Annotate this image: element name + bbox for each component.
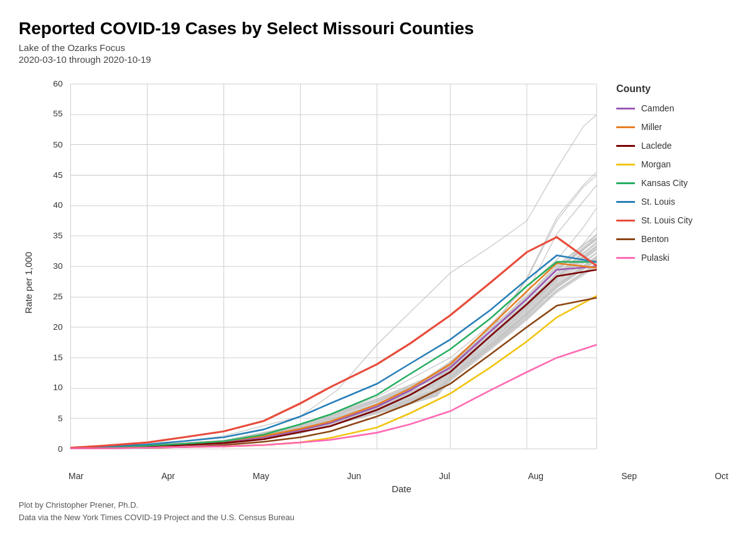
legend-label: Laclede <box>641 141 672 151</box>
legend-label: Kansas City <box>641 178 688 188</box>
legend-label: Camden <box>641 103 674 113</box>
chart-subtitle: Lake of the Ozarks Focus <box>19 42 735 53</box>
x-axis-labels: Mar Apr May Jun Jul Aug Sep Oct <box>37 471 735 481</box>
svg-text:5: 5 <box>58 414 63 423</box>
chart-area: Rate per 1,000 0 5 10 15 20 25 <box>19 71 735 494</box>
legend-label: Pulaski <box>641 253 669 263</box>
svg-text:20: 20 <box>53 322 63 332</box>
legend-item: Morgan <box>616 159 728 169</box>
legend-line <box>616 220 635 222</box>
plot-area: 0 5 10 15 20 25 30 35 40 45 50 55 60 <box>37 71 610 469</box>
svg-text:25: 25 <box>53 292 63 301</box>
legend-items-container: CamdenMillerLacledeMorganKansas CitySt. … <box>616 103 728 263</box>
legend-item: Benton <box>616 234 728 244</box>
x-label-may: May <box>253 471 269 481</box>
legend-line <box>616 201 635 203</box>
chart-date-range: 2020-03-10 through 2020-10-19 <box>19 54 735 65</box>
legend-title: County <box>616 83 728 95</box>
footer: Plot by Christopher Prener, Ph.D. Data v… <box>19 499 735 523</box>
svg-text:30: 30 <box>53 262 63 271</box>
x-label-jun: Jun <box>347 471 362 481</box>
svg-text:15: 15 <box>53 353 63 362</box>
x-label-oct: Oct <box>715 471 728 481</box>
legend-label: St. Louis <box>641 197 675 207</box>
x-label-apr: Apr <box>161 471 175 481</box>
legend: County CamdenMillerLacledeMorganKansas C… <box>610 71 735 469</box>
svg-text:10: 10 <box>53 383 63 392</box>
y-axis-label: Rate per 1,000 <box>19 71 37 494</box>
x-label-jul: Jul <box>439 471 450 481</box>
svg-text:50: 50 <box>53 140 63 149</box>
legend-item: Kansas City <box>616 178 728 188</box>
plot-and-legend: 0 5 10 15 20 25 30 35 40 45 50 55 60 <box>37 71 735 469</box>
chart-container: Reported COVID-19 Cases by Select Missou… <box>0 0 747 560</box>
legend-label: Miller <box>641 122 662 132</box>
chart-title: Reported COVID-19 Cases by Select Missou… <box>19 19 735 39</box>
legend-item: Laclede <box>616 141 728 151</box>
legend-label: St. Louis City <box>641 215 692 225</box>
chart-svg: 0 5 10 15 20 25 30 35 40 45 50 55 60 <box>37 71 610 469</box>
svg-text:0: 0 <box>58 444 63 454</box>
legend-item: Pulaski <box>616 253 728 263</box>
footer-line2: Data via the New York Times COVID-19 Pro… <box>19 511 735 524</box>
legend-item: St. Louis City <box>616 215 728 225</box>
svg-text:40: 40 <box>53 200 63 210</box>
legend-line <box>616 108 635 110</box>
svg-rect-0 <box>37 71 610 469</box>
legend-label: Benton <box>641 234 669 244</box>
footer-line1: Plot by Christopher Prener, Ph.D. <box>19 499 735 511</box>
svg-text:55: 55 <box>53 109 63 118</box>
legend-line <box>616 182 635 184</box>
svg-text:35: 35 <box>53 231 63 240</box>
x-label-aug: Aug <box>528 471 543 481</box>
x-axis-title: Date <box>37 483 735 494</box>
legend-line <box>616 164 635 166</box>
legend-line <box>616 238 635 240</box>
chart-inner: 0 5 10 15 20 25 30 35 40 45 50 55 60 <box>37 71 735 494</box>
legend-item: Camden <box>616 103 728 113</box>
svg-text:45: 45 <box>53 170 63 180</box>
legend-item: St. Louis <box>616 197 728 207</box>
legend-line <box>616 126 635 128</box>
legend-line <box>616 145 635 147</box>
legend-item: Miller <box>616 122 728 132</box>
legend-line <box>616 257 635 259</box>
x-label-mar: Mar <box>68 471 83 481</box>
legend-label: Morgan <box>641 159 670 169</box>
svg-text:60: 60 <box>53 79 63 88</box>
x-label-sep: Sep <box>621 471 637 481</box>
